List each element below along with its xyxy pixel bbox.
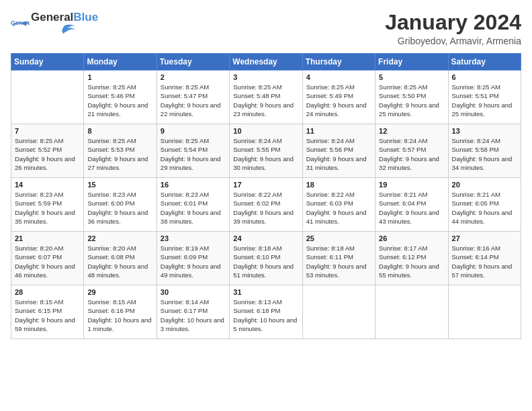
week-row-3: 14Sunrise: 8:23 AMSunset: 5:59 PMDayligh… xyxy=(11,178,521,232)
calendar-cell: 31Sunrise: 8:13 AMSunset: 6:18 PMDayligh… xyxy=(230,285,302,339)
weekday-header-friday: Friday xyxy=(375,54,448,71)
weekday-header-sunday: Sunday xyxy=(11,54,84,71)
calendar-cell: 24Sunrise: 8:18 AMSunset: 6:10 PMDayligh… xyxy=(230,232,302,285)
calendar-cell: 26Sunrise: 8:17 AMSunset: 6:12 PMDayligh… xyxy=(375,232,448,285)
calendar-cell: 8Sunrise: 8:25 AMSunset: 5:53 PMDaylight… xyxy=(84,124,157,178)
day-info: Sunrise: 8:23 AMSunset: 6:00 PMDaylight:… xyxy=(87,190,152,226)
day-number: 15 xyxy=(87,181,152,189)
calendar-cell: 20Sunrise: 8:21 AMSunset: 6:05 PMDayligh… xyxy=(448,178,521,232)
day-number: 6 xyxy=(452,73,517,81)
calendar-cell: 23Sunrise: 8:19 AMSunset: 6:09 PMDayligh… xyxy=(157,232,229,285)
calendar-cell: 22Sunrise: 8:20 AMSunset: 6:08 PMDayligh… xyxy=(84,232,157,285)
day-number: 23 xyxy=(161,234,226,242)
day-info: Sunrise: 8:18 AMSunset: 6:11 PMDaylight:… xyxy=(306,244,371,279)
day-info: Sunrise: 8:24 AMSunset: 5:56 PMDaylight:… xyxy=(306,136,371,172)
day-number: 10 xyxy=(233,127,298,135)
weekday-header-thursday: Thursday xyxy=(302,54,375,71)
calendar-cell: 5Sunrise: 8:25 AMSunset: 5:50 PMDaylight… xyxy=(375,71,448,124)
day-info: Sunrise: 8:24 AMSunset: 5:58 PMDaylight:… xyxy=(452,136,517,172)
day-info: Sunrise: 8:25 AMSunset: 5:52 PMDaylight:… xyxy=(15,136,80,172)
header: General GeneralBlue January 2024 Griboye… xyxy=(11,11,521,46)
day-number: 29 xyxy=(87,288,152,296)
calendar-cell: 29Sunrise: 8:15 AMSunset: 6:16 PMDayligh… xyxy=(84,285,157,339)
calendar-cell: 14Sunrise: 8:23 AMSunset: 5:59 PMDayligh… xyxy=(11,178,84,232)
day-number: 12 xyxy=(379,127,444,135)
day-number: 17 xyxy=(233,181,298,189)
calendar-cell: 18Sunrise: 8:22 AMSunset: 6:03 PMDayligh… xyxy=(302,178,375,232)
weekday-header-tuesday: Tuesday xyxy=(157,54,229,71)
calendar-cell: 4Sunrise: 8:25 AMSunset: 5:49 PMDaylight… xyxy=(302,71,375,124)
calendar-cell: 6Sunrise: 8:25 AMSunset: 5:51 PMDaylight… xyxy=(448,71,521,124)
week-row-1: 1Sunrise: 8:25 AMSunset: 5:46 PMDaylight… xyxy=(11,71,521,124)
day-number: 5 xyxy=(379,73,444,81)
calendar-cell xyxy=(448,285,521,339)
calendar-cell xyxy=(11,71,84,124)
week-row-2: 7Sunrise: 8:25 AMSunset: 5:52 PMDaylight… xyxy=(11,124,521,178)
calendar-cell: 7Sunrise: 8:25 AMSunset: 5:52 PMDaylight… xyxy=(11,124,84,178)
day-number: 2 xyxy=(161,73,226,81)
logo-icon: General xyxy=(11,15,30,34)
day-number: 4 xyxy=(306,73,371,81)
day-info: Sunrise: 8:25 AMSunset: 5:48 PMDaylight:… xyxy=(233,83,298,118)
day-info: Sunrise: 8:16 AMSunset: 6:14 PMDaylight:… xyxy=(452,244,517,279)
day-number: 28 xyxy=(15,288,80,296)
day-number: 14 xyxy=(15,181,80,189)
day-number: 11 xyxy=(306,127,371,135)
calendar-cell: 9Sunrise: 8:25 AMSunset: 5:54 PMDaylight… xyxy=(157,124,229,178)
day-info: Sunrise: 8:22 AMSunset: 6:03 PMDaylight:… xyxy=(306,190,371,226)
day-info: Sunrise: 8:18 AMSunset: 6:10 PMDaylight:… xyxy=(233,244,298,279)
day-info: Sunrise: 8:17 AMSunset: 6:12 PMDaylight:… xyxy=(379,244,444,279)
day-number: 19 xyxy=(379,181,444,189)
weekday-header-row: SundayMondayTuesdayWednesdayThursdayFrid… xyxy=(11,54,521,71)
day-info: Sunrise: 8:22 AMSunset: 6:02 PMDaylight:… xyxy=(233,190,298,226)
calendar-cell: 12Sunrise: 8:24 AMSunset: 5:57 PMDayligh… xyxy=(375,124,448,178)
day-info: Sunrise: 8:23 AMSunset: 5:59 PMDaylight:… xyxy=(15,190,80,226)
day-info: Sunrise: 8:23 AMSunset: 6:01 PMDaylight:… xyxy=(161,190,226,226)
calendar-title: January 2024 xyxy=(385,11,521,34)
day-info: Sunrise: 8:24 AMSunset: 5:57 PMDaylight:… xyxy=(379,136,444,172)
logo: General GeneralBlue xyxy=(11,11,98,39)
day-info: Sunrise: 8:25 AMSunset: 5:46 PMDaylight:… xyxy=(87,83,152,118)
logo-bird xyxy=(31,24,85,36)
day-info: Sunrise: 8:25 AMSunset: 5:54 PMDaylight:… xyxy=(161,136,226,172)
day-info: Sunrise: 8:21 AMSunset: 6:05 PMDaylight:… xyxy=(452,190,517,226)
day-number: 27 xyxy=(452,234,517,242)
calendar-cell: 15Sunrise: 8:23 AMSunset: 6:00 PMDayligh… xyxy=(84,178,157,232)
day-info: Sunrise: 8:14 AMSunset: 6:17 PMDaylight:… xyxy=(161,298,226,333)
calendar-cell: 2Sunrise: 8:25 AMSunset: 5:47 PMDaylight… xyxy=(157,71,229,124)
calendar-subtitle: Griboyedov, Armavir, Armenia xyxy=(385,36,521,46)
logo-blue: Blue xyxy=(73,11,98,24)
logo-general: General xyxy=(31,11,73,24)
day-number: 26 xyxy=(379,234,444,242)
calendar-cell: 16Sunrise: 8:23 AMSunset: 6:01 PMDayligh… xyxy=(157,178,229,232)
day-number: 18 xyxy=(306,181,371,189)
calendar-cell xyxy=(375,285,448,339)
week-row-4: 21Sunrise: 8:20 AMSunset: 6:07 PMDayligh… xyxy=(11,232,521,285)
weekday-header-monday: Monday xyxy=(84,54,157,71)
day-info: Sunrise: 8:15 AMSunset: 6:15 PMDaylight:… xyxy=(15,298,80,333)
day-number: 7 xyxy=(15,127,80,135)
weekday-header-saturday: Saturday xyxy=(448,54,521,71)
day-info: Sunrise: 8:19 AMSunset: 6:09 PMDaylight:… xyxy=(161,244,226,279)
day-info: Sunrise: 8:25 AMSunset: 5:50 PMDaylight:… xyxy=(379,83,444,118)
day-info: Sunrise: 8:25 AMSunset: 5:53 PMDaylight:… xyxy=(87,136,152,172)
calendar-cell: 25Sunrise: 8:18 AMSunset: 6:11 PMDayligh… xyxy=(302,232,375,285)
calendar-cell: 27Sunrise: 8:16 AMSunset: 6:14 PMDayligh… xyxy=(448,232,521,285)
day-info: Sunrise: 8:15 AMSunset: 6:16 PMDaylight:… xyxy=(87,298,152,333)
day-number: 13 xyxy=(452,127,517,135)
calendar-cell: 19Sunrise: 8:21 AMSunset: 6:04 PMDayligh… xyxy=(375,178,448,232)
day-info: Sunrise: 8:25 AMSunset: 5:47 PMDaylight:… xyxy=(161,83,226,118)
day-number: 25 xyxy=(306,234,371,242)
day-info: Sunrise: 8:13 AMSunset: 6:18 PMDaylight:… xyxy=(233,298,298,333)
page: General GeneralBlue January 2024 Griboye… xyxy=(0,0,532,411)
calendar-cell: 17Sunrise: 8:22 AMSunset: 6:02 PMDayligh… xyxy=(230,178,302,232)
calendar-cell: 13Sunrise: 8:24 AMSunset: 5:58 PMDayligh… xyxy=(448,124,521,178)
calendar-cell: 3Sunrise: 8:25 AMSunset: 5:48 PMDaylight… xyxy=(230,71,302,124)
calendar-cell: 11Sunrise: 8:24 AMSunset: 5:56 PMDayligh… xyxy=(302,124,375,178)
calendar-cell: 28Sunrise: 8:15 AMSunset: 6:15 PMDayligh… xyxy=(11,285,84,339)
calendar-table: SundayMondayTuesdayWednesdayThursdayFrid… xyxy=(11,53,521,339)
day-info: Sunrise: 8:20 AMSunset: 6:08 PMDaylight:… xyxy=(87,244,152,279)
day-info: Sunrise: 8:25 AMSunset: 5:49 PMDaylight:… xyxy=(306,83,371,118)
calendar-cell: 1Sunrise: 8:25 AMSunset: 5:46 PMDaylight… xyxy=(84,71,157,124)
day-number: 8 xyxy=(87,127,152,135)
